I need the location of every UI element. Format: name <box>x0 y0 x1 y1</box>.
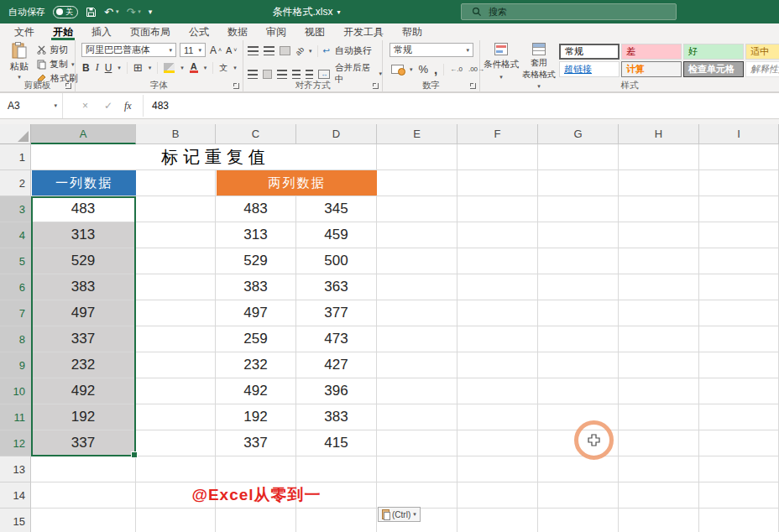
cell-F12[interactable] <box>457 430 538 456</box>
cell-F9[interactable] <box>457 352 538 378</box>
cell-I7[interactable] <box>699 300 779 326</box>
cell-F15[interactable] <box>457 509 538 532</box>
cell-D3[interactable]: 345 <box>296 196 377 222</box>
conditional-formatting-button[interactable]: 条件格式 ▾ <box>484 43 519 81</box>
row-header-6[interactable]: 6 <box>0 274 31 300</box>
row-header-12[interactable]: 12 <box>0 430 31 456</box>
cell-C8[interactable]: 259 <box>216 326 296 352</box>
tab-数据[interactable]: 数据 <box>218 23 257 40</box>
cell-F4[interactable] <box>457 222 538 248</box>
cell-H7[interactable] <box>619 300 699 326</box>
cell-H1[interactable] <box>619 144 699 170</box>
cell-I1[interactable] <box>699 144 779 170</box>
number-format-select[interactable]: 常规▾ <box>390 43 473 57</box>
cell-B15[interactable] <box>136 509 216 532</box>
cell-A12[interactable]: 337 <box>31 430 136 456</box>
tab-插入[interactable]: 插入 <box>82 23 121 40</box>
tab-审阅[interactable]: 审阅 <box>257 23 295 40</box>
cell-H15[interactable] <box>619 509 699 532</box>
cell-I2[interactable] <box>699 170 779 196</box>
orientation-caret-icon[interactable]: ▾ <box>309 48 312 55</box>
cell-G6[interactable] <box>538 274 619 300</box>
cell-F5[interactable] <box>457 248 538 274</box>
accounting-format-icon[interactable] <box>391 65 404 74</box>
search-input[interactable]: 搜索 <box>461 3 677 20</box>
font-color-button[interactable]: A <box>190 62 198 73</box>
autosave-toggle[interactable]: 关 <box>53 6 78 18</box>
cell-B8[interactable] <box>136 326 216 352</box>
cell-A6[interactable]: 383 <box>31 274 136 300</box>
align-left-icon[interactable] <box>248 70 258 79</box>
number-dialog-launcher-icon[interactable] <box>470 83 476 89</box>
paste-options-button[interactable]: (Ctrl) ▾ <box>378 507 421 522</box>
fill-color-caret-icon[interactable]: ▾ <box>180 65 184 71</box>
align-top-icon[interactable] <box>248 46 259 55</box>
cell-H14[interactable] <box>619 482 699 509</box>
cell-F13[interactable] <box>457 456 538 482</box>
copy-button[interactable]: 复制▾ <box>37 58 78 70</box>
cell-F3[interactable] <box>457 196 538 222</box>
cell-E11[interactable] <box>377 404 457 430</box>
row-header-9[interactable]: 9 <box>0 352 31 378</box>
column-header-B[interactable]: B <box>136 124 216 144</box>
cell-E4[interactable] <box>377 222 457 248</box>
align-right-icon[interactable] <box>277 70 287 79</box>
row-header-2[interactable]: 2 <box>0 170 31 196</box>
cell-I3[interactable] <box>699 196 779 222</box>
cell-E14[interactable] <box>377 482 457 509</box>
font-dialog-launcher-icon[interactable] <box>233 83 239 89</box>
align-bottom-icon[interactable] <box>280 46 290 55</box>
cell-C4[interactable]: 313 <box>216 222 296 248</box>
cell-A10[interactable]: 492 <box>31 378 136 404</box>
cell-F10[interactable] <box>457 378 538 404</box>
cell-H9[interactable] <box>619 352 699 378</box>
cell-A15[interactable] <box>31 509 136 532</box>
cell-B13[interactable] <box>136 456 216 482</box>
phonetic-button[interactable]: 文 <box>219 62 227 74</box>
cell-I11[interactable] <box>699 404 779 430</box>
cell-E8[interactable] <box>377 326 457 352</box>
cell-B11[interactable] <box>136 404 216 430</box>
row-header-4[interactable]: 4 <box>0 222 31 248</box>
cell-H2[interactable] <box>619 170 699 196</box>
cell-F7[interactable] <box>457 300 538 326</box>
increase-decimal-button[interactable]: ←.0 <box>450 65 463 73</box>
cell-style-好[interactable]: 好 <box>683 44 744 60</box>
cell-I15[interactable] <box>699 509 779 532</box>
cell-G7[interactable] <box>538 300 619 326</box>
cell-G15[interactable] <box>538 509 619 532</box>
column-header-G[interactable]: G <box>538 124 619 144</box>
cell-I8[interactable] <box>699 326 779 352</box>
row-header-3[interactable]: 3 <box>0 196 31 222</box>
decrease-indent-icon[interactable] <box>292 70 301 79</box>
cell-H3[interactable] <box>619 196 699 222</box>
alignment-dialog-launcher-icon[interactable] <box>373 83 379 89</box>
cell-H4[interactable] <box>619 222 699 248</box>
cell-D6[interactable]: 363 <box>296 274 377 300</box>
column-header-I[interactable]: I <box>699 124 779 144</box>
cell-I12[interactable] <box>699 430 779 456</box>
cell-D8[interactable]: 473 <box>296 326 377 352</box>
cell-B5[interactable] <box>136 248 216 274</box>
cell-B10[interactable] <box>136 378 216 404</box>
cut-button[interactable]: 剪切 <box>37 44 78 56</box>
row-header-15[interactable]: 15 <box>0 509 31 532</box>
cell-D5[interactable]: 500 <box>296 248 377 274</box>
cell-H5[interactable] <box>619 248 699 274</box>
cell-B2[interactable] <box>136 170 216 196</box>
one-column-header-cell[interactable]: 一列数据 <box>32 170 136 196</box>
cell-C5[interactable]: 529 <box>216 248 296 274</box>
cell-C7[interactable]: 497 <box>216 300 296 326</box>
cell-A14[interactable] <box>31 482 136 509</box>
name-box[interactable]: A3▾ <box>0 93 63 118</box>
cell-D10[interactable]: 396 <box>296 378 377 404</box>
underline-button[interactable]: U <box>105 62 112 74</box>
cell-F6[interactable] <box>457 274 538 300</box>
cell-I5[interactable] <box>699 248 779 274</box>
merge-center-caret-icon[interactable]: ▾ <box>379 70 382 77</box>
cell-D13[interactable] <box>296 456 377 482</box>
undo-caret-icon[interactable]: ▾ <box>116 8 119 15</box>
cell-style-计算[interactable]: 计算 <box>621 61 682 77</box>
tab-页面布局[interactable]: 页面布局 <box>121 23 180 40</box>
cell-A11[interactable]: 192 <box>31 404 136 430</box>
